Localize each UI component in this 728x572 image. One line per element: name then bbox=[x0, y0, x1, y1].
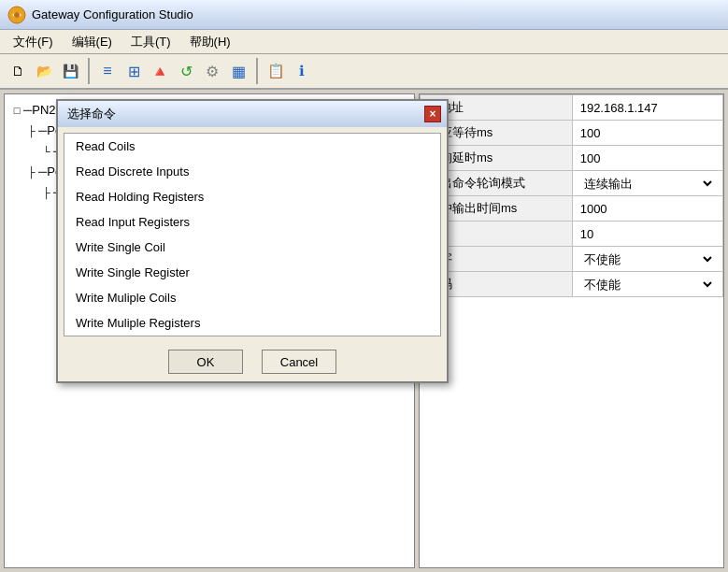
toolbar-sep-2 bbox=[256, 58, 258, 84]
toolbar: 🗋 📂 💾 ≡ ⊞ 🔺 ↺ ⚙ ▦ 📋 ℹ bbox=[0, 54, 728, 90]
dialog-overlay: 选择命令 × Read Coils Read Discrete Inputs R… bbox=[0, 90, 728, 572]
toolbar-open-btn[interactable]: 📂 bbox=[32, 59, 56, 83]
toolbar-sep-1 bbox=[88, 58, 90, 84]
toolbar-new-btn[interactable]: 🗋 bbox=[6, 59, 30, 83]
toolbar-save-btn[interactable]: 💾 bbox=[58, 59, 82, 83]
toolbar-btn-9[interactable]: ▦ bbox=[226, 59, 250, 83]
menu-edit[interactable]: 编辑(E) bbox=[63, 32, 121, 52]
dialog-footer: OK Cancel bbox=[58, 342, 447, 381]
menu-help[interactable]: 帮助(H) bbox=[180, 32, 240, 52]
dialog-title-bar: 选择命令 × bbox=[58, 101, 447, 127]
toolbar-btn-5[interactable]: ⊞ bbox=[121, 59, 146, 83]
list-item-write-single-register[interactable]: Write Single Register bbox=[64, 260, 440, 285]
dialog-ok-btn[interactable]: OK bbox=[168, 350, 243, 374]
toolbar-btn-7[interactable]: ↺ bbox=[174, 59, 198, 83]
toolbar-btn-8[interactable]: ⚙ bbox=[200, 59, 224, 83]
list-item-write-single-coil[interactable]: Write Single Coil bbox=[64, 235, 440, 260]
select-command-dialog: 选择命令 × Read Coils Read Discrete Inputs R… bbox=[56, 99, 449, 383]
dialog-close-btn[interactable]: × bbox=[424, 106, 441, 122]
list-item-read-discrete-inputs[interactable]: Read Discrete Inputs bbox=[64, 159, 440, 184]
list-item-write-multiple-coils[interactable]: Write Muliple Coils bbox=[64, 285, 440, 310]
menu-file[interactable]: 文件(F) bbox=[4, 32, 63, 52]
menu-bar: 文件(F) 编辑(E) 工具(T) 帮助(H) bbox=[0, 30, 728, 54]
list-item-write-multiple-registers[interactable]: Write Muliple Registers bbox=[64, 310, 440, 336]
toolbar-btn-4[interactable]: ≡ bbox=[95, 59, 120, 83]
app-icon bbox=[7, 6, 26, 24]
title-bar: Gateway Configuration Studio bbox=[0, 0, 728, 30]
menu-tools[interactable]: 工具(T) bbox=[121, 32, 180, 52]
svg-point-1 bbox=[14, 12, 20, 18]
list-item-read-holding-registers[interactable]: Read Holding Registers bbox=[64, 184, 440, 209]
list-item-read-input-registers[interactable]: Read Input Registers bbox=[64, 209, 440, 235]
list-item-read-coils[interactable]: Read Coils bbox=[64, 134, 440, 159]
toolbar-btn-10[interactable]: 📋 bbox=[264, 59, 288, 83]
dialog-body: Read Coils Read Discrete Inputs Read Hol… bbox=[64, 133, 441, 336]
toolbar-btn-11[interactable]: ℹ bbox=[290, 59, 314, 83]
title-text: Gateway Configuration Studio bbox=[32, 7, 193, 21]
dialog-cancel-btn[interactable]: Cancel bbox=[262, 350, 336, 374]
dialog-title: 选择命令 bbox=[67, 106, 116, 122]
toolbar-btn-6[interactable]: 🔺 bbox=[148, 59, 172, 83]
